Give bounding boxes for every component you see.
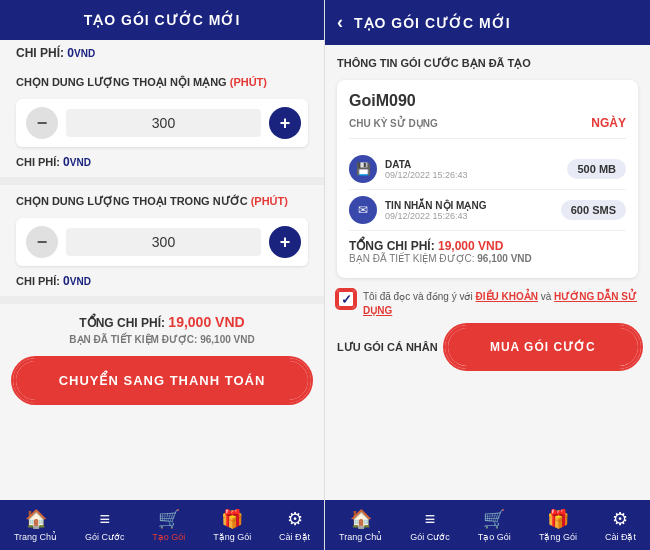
left-tong-label: TỔNG CHI PHÍ: 19,000 VND bbox=[16, 314, 308, 330]
data-badge-0: 500 MB bbox=[567, 159, 626, 179]
nav-goi-cuoc[interactable]: ≡ Gói Cước bbox=[79, 507, 131, 544]
mua-goi-cuoc-button[interactable]: MUA GÓI CƯỚC bbox=[448, 328, 638, 366]
cart-icon: 🛒 bbox=[158, 508, 180, 530]
right-content: THÔNG TIN GÓI CƯỚC BẠN ĐÃ TẠO GoiM090 CH… bbox=[325, 45, 650, 500]
package-icon: ≡ bbox=[99, 509, 110, 530]
data-icon-1: ✉ bbox=[349, 196, 377, 224]
section2-label: CHỌN DUNG LƯỢNG THOẠI TRONG NƯỚC (PHÚT) bbox=[0, 185, 324, 212]
luu-goi-ca-nhan-button[interactable]: LƯU GÓI CÁ NHÂN bbox=[337, 341, 438, 354]
chu-ky-row: CHU KỲ SỬ DỤNG NGÀY bbox=[349, 116, 626, 139]
data-type-1: TIN NHẮN NỘI MẠNG bbox=[385, 200, 486, 211]
back-button[interactable]: ‹ bbox=[337, 12, 344, 33]
data-date-1: 09/12/2022 15:26:43 bbox=[385, 211, 486, 221]
stepper1-plus[interactable]: + bbox=[269, 107, 301, 139]
stepper2-row: − + bbox=[16, 218, 308, 266]
right-cart-icon: 🛒 bbox=[483, 508, 505, 530]
right-nav-tang-goi[interactable]: 🎁 Tặng Gói bbox=[533, 506, 583, 544]
left-header: TẠO GÓI CƯỚC MỚI bbox=[0, 0, 324, 40]
divider1 bbox=[0, 177, 324, 185]
data-date-0: 09/12/2022 15:26:43 bbox=[385, 170, 468, 180]
info-title: THÔNG TIN GÓI CƯỚC BẠN ĐÃ TẠO bbox=[337, 57, 638, 70]
chi-phi-top: CHI PHÍ: 0VND bbox=[0, 40, 324, 66]
data-badge-1: 600 SMS bbox=[561, 200, 626, 220]
terms-link-dieu-khoan[interactable]: ĐIỀU KHOẢN bbox=[476, 291, 538, 302]
stepper2-plus[interactable]: + bbox=[269, 226, 301, 258]
terms-checkbox[interactable]: ✓ bbox=[337, 290, 355, 308]
chu-ky-value: NGÀY bbox=[591, 116, 626, 130]
chu-ky-label: CHU KỲ SỬ DỤNG bbox=[349, 118, 438, 129]
right-panel: ‹ TẠO GÓI CƯỚC MỚI THÔNG TIN GÓI CƯỚC BẠ… bbox=[325, 0, 650, 550]
goi-name: GoiM090 bbox=[349, 92, 626, 110]
right-tong-label: TỔNG CHI PHÍ: 19,000 VND bbox=[349, 239, 626, 253]
chi-phi2: CHI PHÍ: 0VND bbox=[0, 272, 324, 296]
right-nav-goi-cuoc[interactable]: ≡ Gói Cước bbox=[404, 507, 456, 544]
right-settings-icon: ⚙ bbox=[612, 508, 628, 530]
right-nav-cai-dat[interactable]: ⚙ Cài Đặt bbox=[599, 506, 642, 544]
data-type-0: DATA bbox=[385, 159, 468, 170]
nav-tao-goi[interactable]: 🛒 Tạo Gói bbox=[146, 506, 191, 544]
data-item-0: 💾 DATA 09/12/2022 15:26:43 500 MB bbox=[349, 149, 626, 190]
right-gift-icon: 🎁 bbox=[547, 508, 569, 530]
right-tiet-kiem: BẠN ĐÃ TIẾT KIỆM ĐƯỢC: 96,100 VND bbox=[349, 253, 626, 264]
data-icon-0: 💾 bbox=[349, 155, 377, 183]
terms-text: Tôi đã đọc và đồng ý với ĐIỀU KHOẢN và H… bbox=[363, 290, 638, 318]
stepper2-input[interactable] bbox=[66, 228, 261, 256]
right-tong-section: TỔNG CHI PHÍ: 19,000 VND BẠN ĐÃ TIẾT KIỆ… bbox=[349, 231, 626, 266]
stepper2-minus[interactable]: − bbox=[26, 226, 58, 258]
chuyen-sang-thanh-toan-button[interactable]: CHUYỂN SANG THANH TOÁN bbox=[16, 361, 308, 400]
nav-cai-dat[interactable]: ⚙ Cài Đặt bbox=[273, 506, 316, 544]
data-item-1: ✉ TIN NHẮN NỘI MẠNG 09/12/2022 15:26:43 … bbox=[349, 190, 626, 231]
stepper1-row: − + bbox=[16, 99, 308, 147]
chi-phi1: CHI PHÍ: 0VND bbox=[0, 153, 324, 177]
action-row: LƯU GÓI CÁ NHÂN MUA GÓI CƯỚC bbox=[337, 328, 638, 366]
goi-card: GoiM090 CHU KỲ SỬ DỤNG NGÀY 💾 DATA 09/12… bbox=[337, 80, 638, 278]
gift-icon: 🎁 bbox=[221, 508, 243, 530]
nav-tang-goi[interactable]: 🎁 Tặng Gói bbox=[207, 506, 257, 544]
left-bottom-nav: 🏠 Trang Chủ ≡ Gói Cước 🛒 Tạo Gói 🎁 Tặng … bbox=[0, 500, 324, 550]
nav-trang-chu[interactable]: 🏠 Trang Chủ bbox=[8, 506, 63, 544]
divider2 bbox=[0, 296, 324, 304]
right-header: ‹ TẠO GÓI CƯỚC MỚI bbox=[325, 0, 650, 45]
left-tiet-kiem: BẠN ĐÃ TIẾT KIỆM ĐƯỢC: 96,100 VND bbox=[0, 334, 324, 353]
home-icon: 🏠 bbox=[25, 508, 47, 530]
stepper1-input[interactable] bbox=[66, 109, 261, 137]
section1-label: CHỌN DUNG LƯỢNG THOẠI NỘI MẠNG (PHÚT) bbox=[0, 66, 324, 93]
stepper1-minus[interactable]: − bbox=[26, 107, 58, 139]
left-tong-section: TỔNG CHI PHÍ: 19,000 VND bbox=[0, 304, 324, 334]
right-home-icon: 🏠 bbox=[350, 508, 372, 530]
left-panel: TẠO GÓI CƯỚC MỚI CHI PHÍ: 0VND CHỌN DUNG… bbox=[0, 0, 325, 550]
right-nav-tao-goi[interactable]: 🛒 Tạo Gói bbox=[472, 506, 517, 544]
right-bottom-nav: 🏠 Trang Chủ ≡ Gói Cước 🛒 Tạo Gói 🎁 Tặng … bbox=[325, 500, 650, 550]
right-nav-trang-chu[interactable]: 🏠 Trang Chủ bbox=[333, 506, 388, 544]
terms-row: ✓ Tôi đã đọc và đồng ý với ĐIỀU KHOẢN và… bbox=[337, 290, 638, 318]
right-package-icon: ≡ bbox=[425, 509, 436, 530]
settings-icon: ⚙ bbox=[287, 508, 303, 530]
